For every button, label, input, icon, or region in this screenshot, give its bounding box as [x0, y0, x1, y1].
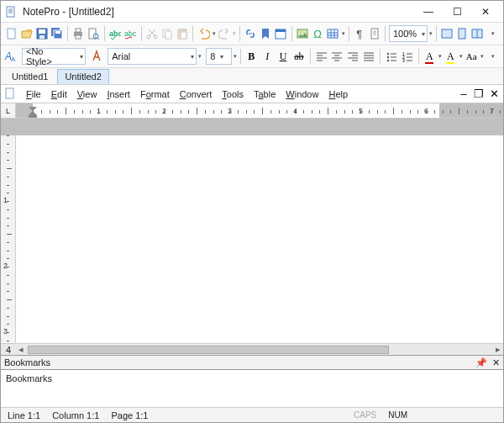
undo-button[interactable] — [197, 24, 211, 43]
svg-rect-29 — [459, 29, 465, 39]
menu-convert[interactable]: Convert — [175, 87, 218, 101]
autospell-button[interactable]: abc — [123, 24, 138, 43]
font-color-dropdown[interactable]: ▾ — [438, 53, 442, 60]
vertical-ruler[interactable]: 123 — [1, 119, 16, 343]
svg-point-33 — [387, 53, 389, 55]
menu-edit[interactable]: Edit — [46, 87, 72, 101]
toolbar-overflow[interactable]: ▾ — [486, 24, 500, 43]
svg-rect-4 — [39, 35, 45, 39]
menu-insert[interactable]: Insert — [102, 87, 135, 101]
zoom-dropdown[interactable]: ▾ — [429, 30, 433, 37]
menu-tools[interactable]: Tools — [217, 87, 249, 101]
redo-button[interactable] — [217, 24, 231, 43]
cut-button[interactable] — [144, 24, 159, 43]
undo-dropdown[interactable]: ▾ — [213, 30, 216, 37]
svg-rect-21 — [181, 32, 186, 39]
font-combo[interactable]: Arial ▾ — [108, 48, 197, 65]
font-dropdown[interactable]: ▾ — [198, 53, 202, 60]
case-dropdown[interactable]: ▾ — [480, 53, 484, 60]
svg-rect-23 — [276, 29, 286, 32]
pin-icon[interactable]: 📌 — [475, 357, 487, 368]
toolbar2-overflow[interactable]: ▾ — [485, 47, 500, 66]
menu-table[interactable]: Table — [249, 87, 281, 101]
print-button[interactable] — [71, 24, 86, 43]
insert-date-button[interactable] — [274, 24, 288, 43]
strike-button[interactable]: ab — [291, 47, 307, 66]
editor-area: 123 — [1, 119, 503, 343]
separator — [291, 26, 292, 41]
maximize-button[interactable]: ☐ — [443, 2, 471, 22]
bullets-button[interactable] — [384, 47, 399, 66]
new-doc-button[interactable] — [4, 24, 18, 43]
svg-rect-0 — [7, 7, 14, 17]
minimize-button[interactable]: — — [414, 2, 443, 22]
menu-window[interactable]: Window — [281, 87, 323, 101]
underline-button[interactable]: U — [276, 47, 291, 66]
svg-rect-28 — [442, 29, 452, 38]
document-page[interactable] — [16, 119, 503, 343]
svg-point-35 — [387, 60, 389, 61]
status-num: NUM — [385, 410, 411, 420]
view-split-button[interactable] — [470, 24, 485, 43]
fontsize-dropdown[interactable]: ▾ — [234, 53, 237, 60]
insert-table-button[interactable] — [326, 24, 340, 43]
menu-view[interactable]: View — [72, 87, 102, 101]
font-color-button[interactable]: A — [422, 47, 437, 66]
align-justify-button[interactable] — [361, 47, 376, 66]
svg-text:3: 3 — [402, 58, 405, 62]
hyperlink-button[interactable] — [244, 24, 258, 43]
print-preview-button[interactable] — [87, 24, 101, 43]
table-dropdown[interactable]: ▾ — [342, 30, 345, 37]
formatting-toolbar: AA <No Style> ▾ Arial ▾ ▾ 8 ▾ ▾ B I U ab… — [1, 45, 503, 68]
highlight-button[interactable]: A — [443, 47, 458, 66]
redo-dropdown[interactable]: ▾ — [233, 30, 236, 37]
menu-format[interactable]: Format — [135, 87, 175, 101]
svg-rect-3 — [39, 29, 45, 34]
separator — [385, 26, 386, 41]
align-left-button[interactable] — [314, 47, 329, 66]
mdi-close-button[interactable]: ✕ — [486, 87, 501, 101]
close-button[interactable]: ✕ — [471, 2, 500, 22]
bold-button[interactable]: B — [244, 47, 259, 66]
separator — [141, 26, 142, 41]
paste-button[interactable] — [175, 24, 189, 43]
change-case-button[interactable]: Aa — [464, 47, 479, 66]
fontsize-value: 8 — [210, 51, 215, 61]
style-value: <No Style> — [26, 46, 63, 66]
copy-button[interactable] — [160, 24, 174, 43]
status-line: Line 1:1 — [4, 410, 44, 420]
mdi-minimize-button[interactable]: – — [456, 87, 471, 101]
doc-tab-untitled2[interactable]: Untitled2 — [57, 69, 108, 84]
fontsize-combo[interactable]: 8 ▾ — [206, 48, 231, 65]
insert-picture-button[interactable] — [296, 24, 310, 43]
bookmark-button[interactable] — [259, 24, 273, 43]
bookmarks-label: Bookmarks — [6, 373, 52, 383]
menu-file[interactable]: File — [21, 87, 46, 101]
open-button[interactable] — [19, 24, 34, 43]
horizontal-scrollbar[interactable]: 4 ◂ ▸ — [1, 343, 503, 355]
spellcheck-button[interactable]: abc — [108, 24, 123, 43]
numbering-button[interactable]: 123 — [400, 47, 415, 66]
style-combo[interactable]: <No Style> ▾ — [22, 48, 86, 65]
svg-rect-40 — [29, 115, 37, 118]
save-all-button[interactable] — [50, 24, 64, 43]
panel-close-icon[interactable]: ✕ — [492, 357, 500, 368]
save-button[interactable] — [34, 24, 49, 43]
status-caps: CAPS — [350, 410, 380, 420]
menu-help[interactable]: Help — [323, 87, 353, 101]
show-paragraph-button[interactable]: ¶ — [352, 24, 366, 43]
view-page-button[interactable] — [455, 24, 470, 43]
horizontal-ruler[interactable]: 1234567 — [16, 103, 503, 118]
page-setup-button[interactable] — [367, 24, 381, 43]
status-bar: Line 1:1 Column 1:1 Page 1:1 CAPS NUM — [1, 407, 503, 422]
insert-symbol-button[interactable]: Ω — [311, 24, 325, 43]
italic-button[interactable]: I — [260, 47, 275, 66]
doc-tab-untitled1[interactable]: Untitled1 — [4, 69, 55, 84]
text-body[interactable] — [16, 135, 503, 343]
align-center-button[interactable] — [330, 47, 345, 66]
view-draft-button[interactable] — [440, 24, 454, 43]
mdi-restore-button[interactable]: ❐ — [471, 87, 486, 101]
highlight-dropdown[interactable]: ▾ — [459, 53, 463, 60]
align-right-button[interactable] — [345, 47, 360, 66]
zoom-combo[interactable]: 100% ▾ — [389, 25, 428, 42]
